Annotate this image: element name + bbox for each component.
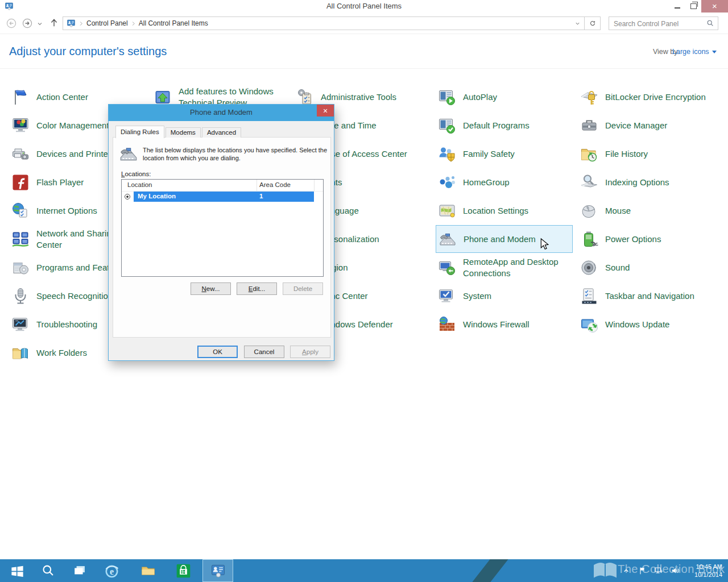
troubleshooting-icon [11, 315, 30, 334]
control-panel-item-autoplay[interactable]: AutoPlay [436, 83, 573, 111]
ok-button-label: OK [213, 348, 222, 355]
control-panel-button[interactable] [202, 559, 233, 582]
radio-selected-icon [124, 193, 131, 200]
control-panel-item-label: Phone and Modem [464, 234, 572, 245]
tab-advanced[interactable]: Advanced [202, 127, 241, 138]
location-row-my-location[interactable]: My Location 1 [122, 192, 323, 202]
control-panel-item-taskbar-and-navigation[interactable]: Taskbar and Navigation [578, 282, 715, 310]
apply-button-label: Apply [302, 348, 318, 355]
control-panel-item-label: Indexing Options [605, 177, 715, 188]
dialing-rules-tab-page: The list below displays the locations yo… [113, 137, 331, 338]
add-features-icon [154, 88, 172, 106]
control-panel-item-label: Default Programs [463, 120, 573, 131]
homegroup-icon [438, 173, 456, 192]
control-panel-item-windows-update[interactable]: Windows Update [578, 310, 715, 338]
mouse-cursor [539, 237, 551, 252]
phone-and-modem-dialog: Phone and Modem Dialing RulesModemsAdvan… [108, 104, 334, 361]
control-panel-item-homegroup[interactable]: HomeGroup [436, 168, 573, 196]
control-panel-item-device-manager[interactable]: Device Manager [578, 111, 715, 139]
watermark-stripe [472, 559, 508, 582]
apply-button[interactable]: Apply [290, 346, 330, 358]
phone-modem-icon [439, 230, 457, 248]
system-icon [438, 287, 456, 305]
control-panel-item-power-options[interactable]: Power Options [578, 225, 715, 253]
control-panel-item-label: System [463, 290, 573, 302]
list-header-area-code[interactable]: Area Code [259, 181, 291, 188]
control-panel-item-label: Windows Firewall [463, 319, 573, 330]
control-panel-item-label: Mouse [605, 205, 715, 217]
control-panel-item-default-programs[interactable]: Default Programs [436, 111, 573, 139]
administrative-tools-icon [296, 88, 314, 106]
taskbar-search-button[interactable] [35, 559, 60, 582]
control-panel-item-location-settings[interactable]: Location Settings [436, 197, 573, 225]
sound-icon [580, 259, 598, 277]
control-panel-item-family-safety[interactable]: Family Safety [436, 140, 573, 168]
internet-explorer-icon: e [104, 563, 119, 579]
store-button[interactable] [171, 559, 196, 582]
control-panel-item-label: Taskbar and Navigation [605, 290, 715, 302]
watermark-book-icon [581, 559, 623, 582]
flash-player-icon [11, 173, 30, 192]
cancel-button-label: Cancel [254, 348, 275, 355]
control-panel-item-phone-and-modem[interactable]: Phone and Modem [436, 225, 573, 253]
control-panel-item-label: Windows Update [605, 319, 715, 330]
area-code-cell: 1 [259, 193, 263, 199]
dialog-titlebar: Phone and Modem [109, 105, 334, 121]
indexing-options-icon [580, 173, 598, 192]
dialog-close-button[interactable] [317, 105, 334, 117]
control-panel-item-label: File History [605, 148, 715, 160]
control-panel-item-label: Sound [605, 262, 715, 273]
control-panel-item-system[interactable]: System [436, 282, 573, 310]
internet-explorer-button[interactable]: e [99, 559, 124, 582]
locations-label: Locations: [121, 171, 151, 177]
speech-recognition-icon [11, 287, 30, 305]
control-panel-item-mouse[interactable]: Mouse [578, 197, 715, 225]
delete-button-label: Delete [293, 285, 312, 292]
control-panel-item-bitlocker-drive-encryption[interactable]: BitLocker Drive Encryption [578, 83, 715, 111]
file-history-icon [580, 145, 598, 163]
edit-button[interactable]: Edit... [237, 282, 277, 295]
tab-modems[interactable]: Modems [166, 127, 201, 138]
edit-button-label: Edit... [249, 285, 265, 292]
task-view-button[interactable] [67, 559, 92, 582]
devices-printers-icon [11, 145, 30, 163]
internet-options-icon [11, 202, 30, 220]
column-divider [314, 180, 315, 191]
control-panel-item-sound[interactable]: Sound [578, 253, 715, 281]
list-header-location[interactable]: Location [127, 181, 152, 188]
control-panel-item-label: Windows Defender [321, 319, 431, 330]
new-button-label: New... [202, 285, 220, 292]
control-panel-item-label: AutoPlay [463, 92, 573, 103]
control-panel-item-label: BitLocker Drive Encryption [605, 92, 715, 103]
control-panel-item-label: Ease of Access Center [321, 148, 431, 160]
control-panel-item-indexing-options[interactable]: Indexing Options [578, 168, 715, 196]
control-panel-item-label: Date and Time [321, 120, 431, 131]
ok-button[interactable]: OK [197, 346, 238, 358]
watermark-text: The Collection Book [618, 563, 725, 576]
control-panel-item-label: Location Settings [463, 205, 573, 217]
column-divider [257, 180, 257, 191]
start-button[interactable] [5, 559, 30, 582]
taskbar-navigation-icon [580, 287, 598, 305]
taskbar-search-icon [40, 563, 56, 579]
tab-dialing-rules[interactable]: Dialing Rules [115, 126, 164, 138]
delete-button[interactable]: Delete [283, 282, 323, 295]
control-panel-item-label: HomeGroup [463, 177, 573, 188]
autoplay-icon [438, 88, 456, 106]
device-manager-icon [580, 117, 598, 135]
start-icon [10, 563, 25, 579]
control-panel-item-file-history[interactable]: File History [578, 140, 715, 168]
control-panel-item-remoteapp-and-desktop[interactable]: RemoteApp and Desktop Connections [436, 253, 573, 281]
control-panel-icon [210, 563, 226, 579]
desktop: All Control Panel Items Control Panel Al… [0, 0, 728, 582]
taskbar: The Collection Book 10:45 AM 10/1/2014 e [0, 559, 728, 582]
work-folders-icon [11, 344, 30, 362]
file-explorer-button[interactable] [135, 559, 160, 582]
new-button[interactable]: New... [191, 282, 231, 295]
svg-text:e: e [109, 566, 113, 576]
locations-list[interactable]: Location Area Code My Location 1 [121, 179, 324, 277]
control-panel-item-label: Family Safety [463, 148, 573, 160]
control-panel-item-label: Device Manager [605, 120, 715, 131]
cancel-button[interactable]: Cancel [244, 346, 284, 358]
control-panel-item-windows-firewall[interactable]: Windows Firewall [436, 310, 573, 338]
